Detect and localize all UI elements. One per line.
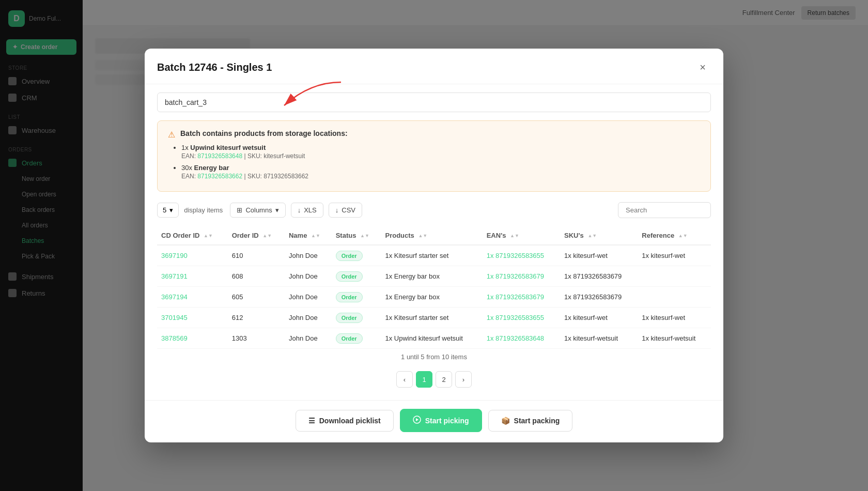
columns-grid-icon: ⊞ xyxy=(237,206,242,214)
start-picking-button[interactable]: Start picking xyxy=(400,409,482,432)
sort-order-id[interactable]: ▲▼ xyxy=(262,234,272,238)
download-picklist-button[interactable]: ☰ Download picklist xyxy=(296,410,394,432)
sort-status[interactable]: ▲▼ xyxy=(360,234,369,238)
start-packing-label: Start packing xyxy=(514,417,560,425)
cell-products-2: 1x Energy bar box xyxy=(381,287,482,308)
cd-order-id-link-3[interactable]: 3701945 xyxy=(161,314,188,321)
cell-name-3: John Doe xyxy=(285,308,332,328)
search-input[interactable] xyxy=(618,202,711,218)
cell-reference-2 xyxy=(638,287,711,308)
cell-products-4: 1x Upwind kitesurf wetsuit xyxy=(381,328,482,349)
columns-button[interactable]: ⊞ Columns ▾ xyxy=(230,203,285,218)
xls-label: XLS xyxy=(304,206,317,214)
sort-reference[interactable]: ▲▼ xyxy=(678,234,688,238)
picking-icon xyxy=(413,416,421,425)
ean-link-0[interactable]: 1x 8719326583655 xyxy=(487,252,544,259)
modal-footer: ☰ Download picklist Start picking 📦 Star… xyxy=(145,400,723,442)
pagination-next[interactable]: › xyxy=(455,371,472,388)
sort-cd-order-id[interactable]: ▲▼ xyxy=(204,234,213,238)
sort-products[interactable]: ▲▼ xyxy=(418,234,427,238)
cd-order-id-link-4[interactable]: 3878569 xyxy=(161,334,188,342)
table-body: 3697190 610 John Doe Order 1x Kitesurf s… xyxy=(157,245,711,349)
modal-title: Batch 12746 - Singles 1 xyxy=(157,62,272,73)
csv-download-icon: ↓ xyxy=(335,206,339,214)
cell-skus-4: 1x kitesurf-wetsuit xyxy=(560,328,638,349)
table-row: 3697194 605 John Doe Order 1x Energy bar… xyxy=(157,287,711,308)
warning-icon: ⚠ xyxy=(168,130,175,140)
cell-name-0: John Doe xyxy=(285,245,332,266)
download-list-icon: ☰ xyxy=(308,417,315,425)
cell-name-1: John Doe xyxy=(285,266,332,287)
cell-status-3: Order xyxy=(332,308,381,328)
sort-skus[interactable]: ▲▼ xyxy=(587,234,597,238)
warning-item-2: 30x Energy bar EAN: 8719326583662 | SKU:… xyxy=(181,164,700,180)
xls-download-icon: ↓ xyxy=(298,206,301,214)
warning-header: ⚠ Batch contains products from storage l… xyxy=(168,129,700,140)
per-page-select[interactable]: 5 ▾ xyxy=(157,203,179,218)
cell-eans-1: 1x 8719326583679 xyxy=(483,266,560,287)
pagination-prev[interactable]: ‹ xyxy=(396,371,413,388)
columns-label: Columns xyxy=(245,206,272,214)
warning-item-2-ean[interactable]: 8719326583662 xyxy=(197,173,242,180)
ean-link-4[interactable]: 1x 8719326583648 xyxy=(487,334,544,342)
modal-close-button[interactable]: × xyxy=(694,59,711,75)
warning-item-2-sub: EAN: 8719326583662 | SKU: 8719326583662 xyxy=(181,173,700,180)
cd-order-id-link-1[interactable]: 3697191 xyxy=(161,272,188,280)
display-items-label: display items xyxy=(184,206,223,214)
table-row: 3878569 1303 John Doe Order 1x Upwind ki… xyxy=(157,328,711,349)
orders-table: CD Order ID ▲▼ Order ID ▲▼ Name ▲▼ Sta xyxy=(157,226,711,349)
cell-name-2: John Doe xyxy=(285,287,332,308)
status-badge-2: Order xyxy=(336,292,363,302)
ean-link-3[interactable]: 1x 8719326583655 xyxy=(487,314,544,321)
csv-label: CSV xyxy=(342,206,355,214)
warning-item-1-name: Upwind kitesurf wetsuit xyxy=(190,144,266,151)
csv-button[interactable]: ↓ CSV xyxy=(329,203,362,218)
start-picking-label: Start picking xyxy=(425,417,469,425)
cart-name-input[interactable] xyxy=(157,93,711,112)
cell-order-id-2: 605 xyxy=(228,287,285,308)
cell-order-id-1: 608 xyxy=(228,266,285,287)
per-page-value: 5 xyxy=(163,206,166,214)
cell-reference-1 xyxy=(638,266,711,287)
modal-body: ⚠ Batch contains products from storage l… xyxy=(145,84,723,400)
cd-order-id-link-0[interactable]: 3697190 xyxy=(161,252,188,259)
pagination-page-2[interactable]: 2 xyxy=(436,371,452,388)
cell-cd-order-id-3: 3701945 xyxy=(157,308,228,328)
pagination-info: 1 until 5 from 10 items xyxy=(157,349,711,361)
sort-eans[interactable]: ▲▼ xyxy=(510,234,519,238)
sort-name[interactable]: ▲▼ xyxy=(311,234,320,238)
col-name: Name ▲▼ xyxy=(285,226,332,245)
status-badge-0: Order xyxy=(336,251,363,261)
pagination-page-1[interactable]: 1 xyxy=(416,371,432,388)
cell-products-1: 1x Energy bar box xyxy=(381,266,482,287)
cell-products-0: 1x Kitesurf starter set xyxy=(381,245,482,266)
modal-overlay: Batch 12746 - Singles 1 × ⚠ Batch contai… xyxy=(0,0,868,491)
warning-item-2-name: Energy bar xyxy=(194,164,229,172)
download-picklist-label: Download picklist xyxy=(319,417,381,425)
status-badge-1: Order xyxy=(336,271,363,282)
start-packing-button[interactable]: 📦 Start packing xyxy=(488,410,573,432)
status-badge-4: Order xyxy=(336,333,363,344)
cell-cd-order-id-4: 3878569 xyxy=(157,328,228,349)
warning-item-1-qty: 1x xyxy=(181,144,190,151)
ean-link-2[interactable]: 1x 8719326583679 xyxy=(487,293,544,301)
cell-reference-3: 1x kitesurf-wet xyxy=(638,308,711,328)
cell-cd-order-id-0: 3697190 xyxy=(157,245,228,266)
col-reference: Reference ▲▼ xyxy=(638,226,711,245)
xls-button[interactable]: ↓ XLS xyxy=(291,203,323,218)
warning-items-list: 1x Upwind kitesurf wetsuit EAN: 87193265… xyxy=(181,144,700,180)
cd-order-id-link-2[interactable]: 3697194 xyxy=(161,293,188,301)
warning-item-1-ean[interactable]: 8719326583648 xyxy=(197,152,242,160)
cell-skus-2: 1x 8719326583679 xyxy=(560,287,638,308)
cell-status-1: Order xyxy=(332,266,381,287)
warning-item-1-sub: EAN: 8719326583648 | SKU: kitesurf-wetsu… xyxy=(181,152,700,160)
cell-status-2: Order xyxy=(332,287,381,308)
modal-header: Batch 12746 - Singles 1 × xyxy=(145,49,723,84)
warning-item-1: 1x Upwind kitesurf wetsuit EAN: 87193265… xyxy=(181,144,700,160)
cell-products-3: 1x Kitesurf starter set xyxy=(381,308,482,328)
ean-link-1[interactable]: 1x 8719326583679 xyxy=(487,272,544,280)
cell-reference-4: 1x kitesurf-wetsuit xyxy=(638,328,711,349)
warning-box: ⚠ Batch contains products from storage l… xyxy=(157,120,711,192)
col-products: Products ▲▼ xyxy=(381,226,482,245)
columns-chevron: ▾ xyxy=(275,206,279,214)
